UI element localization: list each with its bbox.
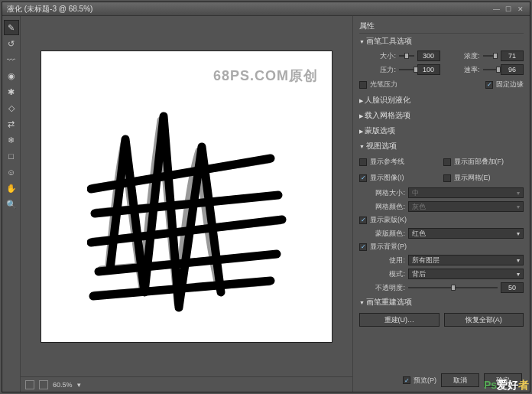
face-section-header[interactable]: 人脸识别液化 xyxy=(359,93,524,108)
pucker-tool[interactable]: ✱ xyxy=(4,84,19,99)
mask-color-select[interactable]: 红色 xyxy=(408,228,524,239)
show-guides-checkbox[interactable]: 显示参考线 xyxy=(359,155,440,168)
opacity-slider[interactable] xyxy=(408,284,498,291)
brush-section-header[interactable]: 画笔工具选项 xyxy=(359,34,524,49)
smooth-tool[interactable]: 〰 xyxy=(4,52,19,67)
zoom-tool[interactable]: 🔍 xyxy=(4,197,19,212)
view-section-header[interactable]: 视图选项 xyxy=(359,138,524,154)
twirl-tool[interactable]: ◉ xyxy=(4,68,19,83)
density-slider[interactable] xyxy=(483,52,498,60)
properties-panel: 属性 画笔工具选项 大小: 300 浓度: 71 压力: 100 速率: 96 … xyxy=(352,16,530,392)
show-mask-checkbox[interactable]: 显示蒙版(K) xyxy=(359,213,524,226)
mask-color-label: 蒙版颜色: xyxy=(359,229,405,239)
opacity-input[interactable]: 50 xyxy=(501,282,524,293)
rate-input[interactable]: 96 xyxy=(501,64,524,75)
rate-label: 速率: xyxy=(443,65,480,75)
density-input[interactable]: 71 xyxy=(501,50,524,61)
show-mesh-checkbox[interactable]: 显示网格(E) xyxy=(443,171,524,184)
show-backdrop-checkbox[interactable]: 显示背景(P) xyxy=(359,240,524,253)
freeze-mask-tool[interactable]: ❄ xyxy=(4,132,19,148)
pressure-label: 压力: xyxy=(359,65,396,75)
mesh-color-label: 网格颜色: xyxy=(359,202,405,212)
zoom-level[interactable]: 60.5% xyxy=(53,381,73,389)
panel-title: 属性 xyxy=(359,19,524,34)
restore-all-button[interactable]: 恢复全部(A) xyxy=(444,313,524,327)
mode-label: 模式: xyxy=(359,269,405,279)
thaw-mask-tool[interactable]: □ xyxy=(4,148,19,164)
watermark-text: 68PS.COM原创 xyxy=(213,67,318,85)
window-title: 液化 (未标题-3 @ 68.5%) xyxy=(7,4,92,15)
mode-select[interactable]: 背后 xyxy=(408,269,524,279)
maximize-button[interactable]: ☐ xyxy=(505,5,513,13)
mesh-section-header[interactable]: 载入网格选项 xyxy=(359,108,524,123)
show-face-overlay-checkbox[interactable]: 显示面部叠加(F) xyxy=(443,155,524,168)
reconstruct-section-header[interactable]: 画笔重建选项 xyxy=(359,295,524,310)
density-label: 浓度: xyxy=(443,51,480,61)
cancel-button[interactable]: 取消 xyxy=(441,373,479,387)
face-tool[interactable]: ☺ xyxy=(4,164,19,180)
close-button[interactable]: ✕ xyxy=(517,5,525,13)
corner-watermark: Ps爱好者 xyxy=(484,379,529,392)
reconstruct-tool[interactable]: ↺ xyxy=(4,36,19,51)
bloat-tool[interactable]: ◇ xyxy=(4,100,19,116)
size-input[interactable]: 300 xyxy=(417,50,440,61)
canvas-artwork xyxy=(87,105,301,334)
push-left-tool[interactable]: ⇄ xyxy=(4,116,19,132)
rebuild-button[interactable]: 重建(U)… xyxy=(359,313,440,327)
status-bar: 60.5% ▾ xyxy=(21,376,352,392)
view-mode-icon[interactable] xyxy=(25,380,34,389)
stylus-pressure-checkbox[interactable]: 光笔压力 xyxy=(359,78,397,91)
size-slider[interactable] xyxy=(399,52,414,60)
forward-warp-tool[interactable]: ✎ xyxy=(4,20,19,35)
mesh-size-label: 网格大小: xyxy=(359,188,405,198)
pin-edges-checkbox[interactable]: 固定边缘 xyxy=(485,78,524,91)
hand-tool[interactable]: ✋ xyxy=(4,181,19,196)
mesh-color-select: 灰色 xyxy=(408,201,524,212)
opacity-label: 不透明度: xyxy=(359,283,405,293)
rate-slider[interactable] xyxy=(483,66,498,73)
minimize-button[interactable]: — xyxy=(493,5,501,13)
tool-palette: ✎ ↺ 〰 ◉ ✱ ◇ ⇄ ❄ □ ☺ ✋ 🔍 xyxy=(2,16,21,392)
zoom-dropdown-icon[interactable]: ▾ xyxy=(77,381,81,389)
mesh-size-select: 中 xyxy=(408,187,524,198)
pressure-input[interactable]: 100 xyxy=(417,64,440,75)
preview-canvas[interactable]: 68PS.COM原创 xyxy=(41,51,332,342)
title-bar: 液化 (未标题-3 @ 68.5%) — ☐ ✕ xyxy=(2,2,530,16)
view-mode-icon-2[interactable] xyxy=(39,380,48,389)
pressure-slider[interactable] xyxy=(399,66,414,73)
preview-checkbox[interactable]: 预览(P) xyxy=(403,374,436,387)
use-label: 使用: xyxy=(359,256,405,265)
show-image-checkbox[interactable]: 显示图像(I) xyxy=(359,171,440,184)
use-select[interactable]: 所有图层 xyxy=(408,255,524,265)
mask-section-header[interactable]: 蒙版选项 xyxy=(359,123,524,138)
size-label: 大小: xyxy=(359,51,396,61)
